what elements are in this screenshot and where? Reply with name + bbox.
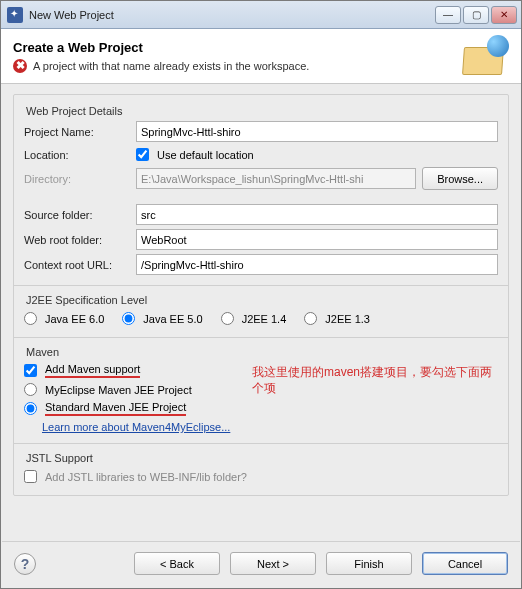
help-icon[interactable]: ?	[14, 553, 36, 575]
titlebar[interactable]: New Web Project — ▢ ✕	[1, 1, 521, 29]
window-title: New Web Project	[29, 9, 435, 21]
main-group: Web Project Details Project Name: Locati…	[13, 94, 509, 496]
minimize-button[interactable]: —	[435, 6, 461, 24]
use-default-location-checkbox[interactable]: Use default location	[136, 146, 254, 163]
source-folder-input[interactable]	[136, 204, 498, 225]
browse-button[interactable]: Browse...	[422, 167, 498, 190]
back-button[interactable]: < Back	[134, 552, 220, 575]
j2ee-option-1[interactable]: Java EE 5.0	[122, 310, 202, 327]
j2ee-option-2[interactable]: J2EE 1.4	[221, 310, 287, 327]
close-button[interactable]: ✕	[491, 6, 517, 24]
jstl-section-label: JSTL Support	[26, 452, 498, 464]
directory-input	[136, 168, 416, 189]
error-icon: ✖	[13, 59, 27, 73]
j2ee-option-3[interactable]: J2EE 1.3	[304, 310, 370, 327]
j2ee-option-0[interactable]: Java EE 6.0	[24, 310, 104, 327]
maximize-button[interactable]: ▢	[463, 6, 489, 24]
app-icon	[7, 7, 23, 23]
directory-label: Directory:	[24, 173, 130, 185]
maven-proj-option-1[interactable]: Standard Maven JEE Project	[24, 400, 498, 417]
learn-more-link[interactable]: Learn more about Maven4MyEclipse...	[42, 421, 230, 433]
banner: Create a Web Project ✖ A project with th…	[1, 29, 521, 84]
dialog-window: New Web Project — ▢ ✕ Create a Web Proje…	[0, 0, 522, 589]
banner-title: Create a Web Project	[13, 40, 449, 55]
details-section-label: Web Project Details	[26, 105, 498, 117]
web-root-input[interactable]	[136, 229, 498, 250]
j2ee-section-label: J2EE Specification Level	[26, 294, 498, 306]
j2ee-options: Java EE 6.0 Java EE 5.0 J2EE 1.4 J2EE 1.…	[24, 310, 498, 327]
annotation-text: 我这里使用的maven搭建项目，要勾选下面两个项	[252, 365, 497, 396]
project-name-label: Project Name:	[24, 126, 130, 138]
project-name-input[interactable]	[136, 121, 498, 142]
cancel-button[interactable]: Cancel	[422, 552, 508, 575]
web-root-label: Web root folder:	[24, 234, 130, 246]
next-button[interactable]: Next >	[230, 552, 316, 575]
add-jstl-checkbox[interactable]: Add JSTL libraries to WEB-INF/lib folder…	[24, 468, 498, 485]
banner-error-text: A project with that name already exists …	[33, 60, 309, 72]
context-url-label: Context root URL:	[24, 259, 130, 271]
context-url-input[interactable]	[136, 254, 498, 275]
location-label: Location:	[24, 149, 130, 161]
finish-button[interactable]: Finish	[326, 552, 412, 575]
wizard-image	[459, 37, 509, 75]
maven-section-label: Maven	[26, 346, 498, 358]
source-folder-label: Source folder:	[24, 209, 130, 221]
